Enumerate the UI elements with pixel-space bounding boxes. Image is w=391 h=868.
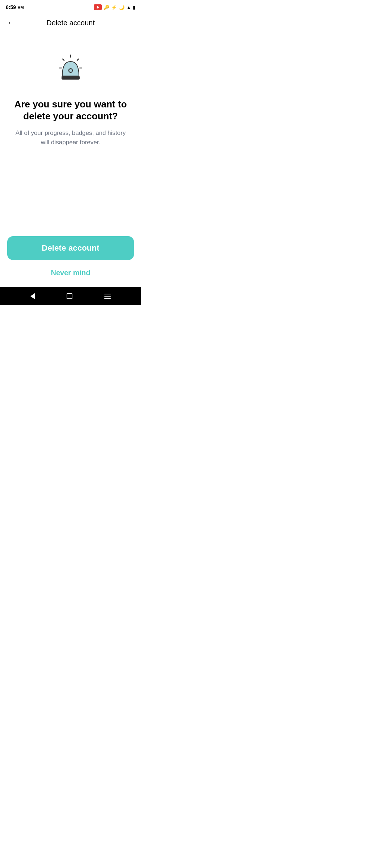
battery-icon: ▮	[133, 5, 135, 10]
never-mind-button[interactable]: Never mind	[48, 266, 93, 280]
buttons-area: Delete account Never mind	[0, 236, 141, 287]
page-title: Delete account	[46, 19, 94, 27]
confirmation-subtext: All of your progress, badges, and histor…	[11, 128, 130, 147]
delete-account-button[interactable]: Delete account	[7, 236, 134, 260]
status-icons: 🔑 ⚡ 🌙 ▲ ▮	[94, 4, 135, 10]
menu-nav-button[interactable]	[104, 294, 111, 299]
status-time: 6:59 AM	[6, 4, 24, 10]
bluetooth-icon: ⚡	[111, 5, 117, 10]
svg-line-3	[63, 59, 64, 60]
svg-rect-5	[62, 76, 80, 80]
home-nav-button[interactable]	[67, 293, 72, 299]
status-bar: 6:59 AM 🔑 ⚡ 🌙 ▲ ▮	[0, 0, 141, 13]
moon-icon: 🌙	[119, 5, 125, 10]
alarm-icon	[54, 54, 87, 87]
back-nav-button[interactable]	[30, 293, 35, 299]
home-nav-icon	[67, 293, 72, 299]
svg-line-4	[77, 59, 79, 60]
nav-bar: ← Delete account	[0, 13, 141, 33]
main-content: Are you sure you want to delete your acc…	[0, 33, 141, 236]
wifi-icon: ▲	[126, 5, 131, 10]
key-icon: 🔑	[104, 5, 109, 10]
alarm-illustration	[54, 54, 87, 87]
menu-nav-icon	[104, 294, 111, 299]
back-button[interactable]: ←	[6, 17, 17, 29]
record-icon	[94, 4, 102, 10]
confirmation-heading: Are you sure you want to delete your acc…	[11, 98, 130, 122]
bottom-nav-bar	[0, 287, 141, 305]
back-nav-icon	[30, 293, 35, 299]
back-arrow-icon: ←	[7, 18, 15, 27]
